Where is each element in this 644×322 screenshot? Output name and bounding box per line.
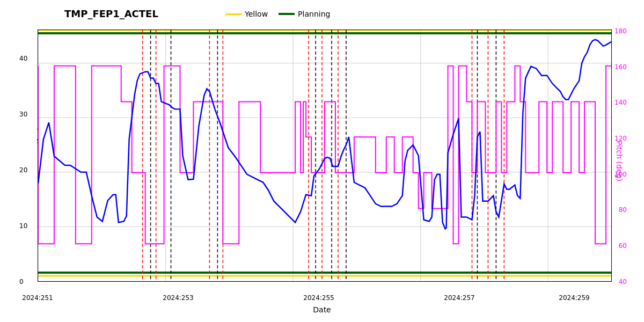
planning-legend-label: Planning: [298, 10, 330, 18]
x-tick-251: 2024:251: [22, 294, 53, 302]
yellow-legend-label: Yellow: [245, 10, 268, 18]
y-right-tick-140: 140: [614, 99, 627, 106]
y-right-tick-60: 60: [619, 242, 627, 250]
y-tick-10: 10: [19, 222, 27, 230]
y-right-tick-120: 120: [614, 135, 627, 142]
y-right-tick-160: 160: [614, 63, 627, 71]
x-axis-label: Date: [313, 305, 331, 314]
chart-area: [38, 30, 612, 282]
x-tick-257: 2024:257: [444, 294, 475, 302]
y-right-tick-180: 180: [614, 27, 627, 35]
legend-yellow: Yellow: [225, 10, 268, 18]
x-tick-253: 2024:253: [163, 294, 194, 302]
planning-legend-line: [279, 13, 295, 15]
y-tick-0: 0: [19, 278, 24, 286]
pitch-line: [38, 66, 611, 244]
x-tick-255: 2024:255: [303, 294, 334, 302]
yellow-legend-line: [225, 13, 241, 15]
y-tick-30: 30: [19, 111, 27, 118]
y-tick-40: 40: [19, 55, 27, 62]
y-right-tick-40: 40: [619, 278, 627, 286]
x-tick-259: 2024:259: [559, 294, 590, 302]
y-tick-20: 20: [19, 166, 27, 174]
y-right-tick-80: 80: [619, 206, 627, 214]
y-right-tick-100: 100: [614, 171, 627, 178]
chart-title: TMP_FEP1_ACTEL: [64, 8, 158, 19]
chart-container: TMP_FEP1_ACTEL Yellow Planning Temperatu…: [0, 0, 644, 322]
legend: Yellow Planning: [225, 10, 330, 18]
chart-svg: [38, 30, 611, 281]
legend-planning: Planning: [279, 10, 330, 18]
